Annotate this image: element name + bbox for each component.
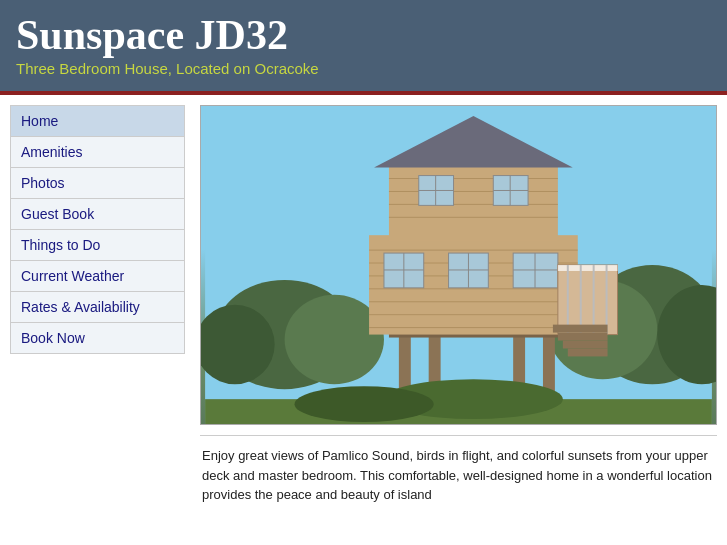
nav-item-rates-and-availability[interactable]: Rates & Availability xyxy=(11,292,184,322)
svg-rect-50 xyxy=(568,349,608,357)
nav-item-current-weather[interactable]: Current Weather xyxy=(11,261,184,291)
nav-item-amenities[interactable]: Amenities xyxy=(11,137,184,167)
house-image xyxy=(200,105,717,425)
nav-item-things-to-do[interactable]: Things to Do xyxy=(11,230,184,260)
site-title: Sunspace JD32 xyxy=(16,12,711,58)
main-layout: HomeAmenitiesPhotosGuest BookThings to D… xyxy=(0,95,727,513)
nav-item-photos[interactable]: Photos xyxy=(11,168,184,198)
svg-rect-20 xyxy=(389,166,558,241)
nav-item-guest-book[interactable]: Guest Book xyxy=(11,199,184,229)
svg-rect-49 xyxy=(563,341,608,349)
svg-rect-48 xyxy=(558,333,608,341)
nav-item-book-now[interactable]: Book Now xyxy=(11,323,184,353)
site-subtitle: Three Bedroom House, Located on Ocracoke xyxy=(16,60,711,77)
content-area: Enjoy great views of Pamlico Sound, bird… xyxy=(200,105,717,513)
svg-rect-42 xyxy=(558,265,618,271)
description-text: Enjoy great views of Pamlico Sound, bird… xyxy=(200,435,717,513)
nav-item-home[interactable]: Home xyxy=(11,106,184,136)
sidebar: HomeAmenitiesPhotosGuest BookThings to D… xyxy=(10,105,190,513)
svg-point-53 xyxy=(295,386,434,422)
svg-rect-47 xyxy=(553,325,608,333)
nav-menu: HomeAmenitiesPhotosGuest BookThings to D… xyxy=(10,105,185,354)
site-header: Sunspace JD32 Three Bedroom House, Locat… xyxy=(0,0,727,95)
svg-rect-41 xyxy=(558,265,618,335)
